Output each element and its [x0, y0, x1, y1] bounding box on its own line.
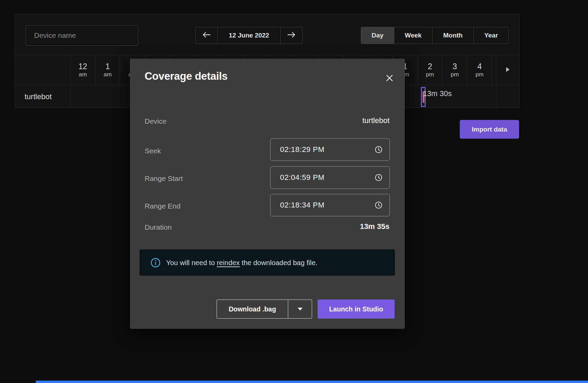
- hour-number: 4: [477, 62, 482, 71]
- grid-divider: [496, 85, 496, 108]
- hour-header-cell: 2pm: [418, 55, 443, 85]
- selected-coverage-range[interactable]: [421, 87, 426, 107]
- notice-text-after: the downloaded bag file.: [240, 259, 318, 266]
- download-split-button: Download .bag: [217, 300, 312, 319]
- hour-header-cell: 1am: [95, 55, 120, 85]
- notice-text-before: You will need to: [166, 259, 217, 266]
- hour-meridiem: pm: [426, 71, 434, 78]
- modal-close-button[interactable]: [384, 74, 395, 84]
- chevron-down-icon: [297, 306, 303, 312]
- hour-number: 12: [78, 62, 87, 71]
- app-window: 12 June 2022 Day Week Month Year 12am1am…: [0, 0, 588, 383]
- seek-time-input[interactable]: [270, 138, 390, 161]
- view-toggle-week[interactable]: Week: [394, 27, 432, 44]
- hour-header-cell: 12am: [71, 55, 95, 85]
- coverage-bar: [423, 91, 424, 103]
- current-date-label: 12 June 2022: [217, 27, 281, 44]
- duration-field-value: 13m 35s: [360, 222, 389, 231]
- modal-title: Coverage details: [145, 70, 227, 82]
- hour-header-cell: 4pm: [467, 55, 492, 85]
- view-toggle-day[interactable]: Day: [361, 27, 394, 44]
- partial-hour-cell: [492, 55, 496, 85]
- scroll-timeline-right-button[interactable]: [496, 55, 519, 85]
- device-filter-input[interactable]: [26, 25, 138, 46]
- reindex-notice-banner: You will need to reindex the downloaded …: [139, 249, 395, 276]
- reindex-link[interactable]: reindex: [217, 259, 240, 266]
- clock-icon[interactable]: [374, 173, 383, 182]
- seek-field-label: Seek: [145, 147, 161, 155]
- device-field-label: Device: [145, 117, 166, 125]
- launch-in-studio-button[interactable]: Launch in Studio: [318, 300, 395, 319]
- device-field-value: turtlebot: [363, 116, 390, 125]
- hour-number: 2: [428, 62, 432, 71]
- clock-icon[interactable]: [374, 145, 383, 154]
- hour-meridiem: am: [79, 71, 87, 78]
- download-options-button[interactable]: [288, 300, 312, 319]
- device-row-label: turtlebot: [15, 85, 71, 108]
- view-toggle-month[interactable]: Month: [432, 27, 474, 44]
- device-column-header: [15, 55, 71, 85]
- download-bag-button[interactable]: Download .bag: [217, 300, 288, 319]
- arrow-left-icon: [202, 31, 211, 40]
- hour-meridiem: pm: [451, 71, 459, 78]
- hour-number: 3: [453, 62, 457, 71]
- duration-field-label: Duration: [145, 223, 172, 231]
- notice-text: You will need to reindex the downloaded …: [166, 259, 318, 267]
- close-icon: [385, 74, 394, 83]
- clock-icon[interactable]: [374, 201, 383, 210]
- date-navigation: 12 June 2022: [195, 27, 303, 44]
- coverage-details-modal: Coverage details Device turtlebot Seek R…: [130, 59, 405, 329]
- hour-number: 1: [105, 62, 110, 71]
- hour-header-cell: 3pm: [443, 55, 468, 85]
- prev-day-button[interactable]: [195, 27, 218, 44]
- import-data-button[interactable]: Import data: [460, 120, 519, 139]
- seek-input-wrap: [270, 138, 390, 161]
- view-range-toggle: Day Week Month Year: [361, 27, 509, 44]
- play-right-icon: [505, 66, 510, 74]
- info-icon: [150, 258, 161, 268]
- arrow-right-icon: [287, 31, 296, 40]
- range-start-field-label: Range Start: [145, 174, 183, 183]
- hour-meridiem: pm: [475, 71, 484, 78]
- range-start-time-input[interactable]: [270, 166, 390, 189]
- range-start-input-wrap: [270, 166, 390, 189]
- range-end-time-input[interactable]: [270, 194, 390, 216]
- range-end-input-wrap: [270, 194, 390, 216]
- range-end-field-label: Range End: [145, 202, 180, 210]
- next-day-button[interactable]: [280, 27, 303, 44]
- bottom-strip: [36, 381, 588, 383]
- view-toggle-year[interactable]: Year: [473, 27, 509, 44]
- hour-meridiem: am: [104, 71, 112, 78]
